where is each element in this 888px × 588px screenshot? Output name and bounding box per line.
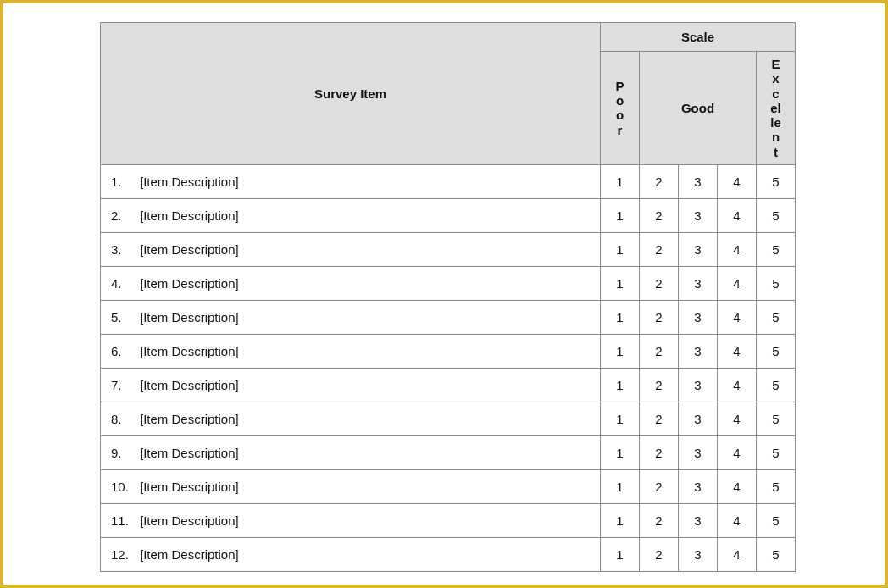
rating-cell[interactable]: 3 [679, 198, 718, 232]
rating-cell[interactable]: 2 [640, 164, 679, 198]
header-scale-excellent-text: Excellent [770, 57, 782, 159]
rating-cell[interactable]: 5 [757, 503, 796, 537]
item-cell: 1.[Item Description] [101, 164, 601, 198]
item-cell: 2.[Item Description] [101, 198, 601, 232]
item-number: 12. [111, 547, 135, 562]
rating-cell[interactable]: 2 [640, 368, 679, 402]
item-description: [Item Description] [140, 480, 239, 494]
item-number: 6. [111, 344, 135, 358]
header-scale: Scale [601, 23, 796, 52]
survey-table: Survey Item Scale Poor Good Excellent 1.… [100, 22, 796, 572]
rating-cell[interactable]: 4 [718, 300, 757, 334]
item-cell: 5.[Item Description] [101, 300, 601, 334]
item-description: [Item Description] [140, 513, 239, 528]
rating-cell[interactable]: 4 [718, 266, 757, 300]
item-cell: 3.[Item Description] [101, 232, 601, 266]
rating-cell[interactable]: 3 [679, 300, 718, 334]
rating-cell[interactable]: 3 [679, 368, 718, 402]
item-description: [Item Description] [140, 208, 239, 223]
rating-cell[interactable]: 4 [718, 469, 757, 503]
item-number: 3. [111, 242, 135, 257]
item-description: [Item Description] [140, 175, 239, 189]
item-number: 11. [111, 513, 135, 528]
item-number: 7. [111, 378, 135, 392]
rating-cell[interactable]: 3 [679, 503, 718, 537]
table-row: 9.[Item Description]12345 [101, 435, 796, 469]
table-row: 1.[Item Description]12345 [101, 164, 796, 198]
item-description: [Item Description] [140, 412, 239, 426]
rating-cell[interactable]: 3 [679, 469, 718, 503]
rating-cell[interactable]: 3 [679, 266, 718, 300]
item-number: 9. [111, 446, 135, 460]
item-cell: 8.[Item Description] [101, 402, 601, 435]
rating-cell[interactable]: 1 [601, 368, 640, 402]
item-number: 1. [111, 175, 135, 189]
rating-cell[interactable]: 1 [601, 266, 640, 300]
item-description: [Item Description] [140, 378, 239, 392]
rating-cell[interactable]: 2 [640, 300, 679, 334]
rating-cell[interactable]: 1 [601, 198, 640, 232]
item-cell: 6.[Item Description] [101, 334, 601, 368]
rating-cell[interactable]: 5 [757, 334, 796, 368]
table-row: 2.[Item Description]12345 [101, 198, 796, 232]
rating-cell[interactable]: 2 [640, 435, 679, 469]
rating-cell[interactable]: 1 [601, 469, 640, 503]
table-row: 5.[Item Description]12345 [101, 300, 796, 334]
rating-cell[interactable]: 3 [679, 537, 718, 571]
rating-cell[interactable]: 4 [718, 334, 757, 368]
item-number: 2. [111, 208, 135, 223]
rating-cell[interactable]: 1 [601, 537, 640, 571]
rating-cell[interactable]: 1 [601, 503, 640, 537]
table-row: 12.[Item Description]12345 [101, 537, 796, 571]
rating-cell[interactable]: 1 [601, 300, 640, 334]
rating-cell[interactable]: 5 [757, 266, 796, 300]
rating-cell[interactable]: 3 [679, 402, 718, 435]
item-description: [Item Description] [140, 446, 239, 460]
rating-cell[interactable]: 5 [757, 198, 796, 232]
header-scale-poor: Poor [601, 52, 640, 165]
rating-cell[interactable]: 5 [757, 435, 796, 469]
header-scale-excellent: Excellent [757, 52, 796, 165]
rating-cell[interactable]: 5 [757, 537, 796, 571]
rating-cell[interactable]: 5 [757, 368, 796, 402]
rating-cell[interactable]: 5 [757, 164, 796, 198]
rating-cell[interactable]: 3 [679, 435, 718, 469]
rating-cell[interactable]: 2 [640, 266, 679, 300]
rating-cell[interactable]: 2 [640, 469, 679, 503]
rating-cell[interactable]: 5 [757, 402, 796, 435]
rating-cell[interactable]: 5 [757, 300, 796, 334]
item-description: [Item Description] [140, 310, 239, 325]
rating-cell[interactable]: 1 [601, 164, 640, 198]
rating-cell[interactable]: 5 [757, 232, 796, 266]
rating-cell[interactable]: 1 [601, 232, 640, 266]
rating-cell[interactable]: 2 [640, 537, 679, 571]
rating-cell[interactable]: 2 [640, 334, 679, 368]
rating-cell[interactable]: 4 [718, 232, 757, 266]
rating-cell[interactable]: 2 [640, 402, 679, 435]
rating-cell[interactable]: 1 [601, 334, 640, 368]
rating-cell[interactable]: 2 [640, 232, 679, 266]
rating-cell[interactable]: 1 [601, 402, 640, 435]
rating-cell[interactable]: 3 [679, 334, 718, 368]
rating-cell[interactable]: 4 [718, 368, 757, 402]
rating-cell[interactable]: 4 [718, 164, 757, 198]
item-cell: 9.[Item Description] [101, 435, 601, 469]
rating-cell[interactable]: 2 [640, 503, 679, 537]
rating-cell[interactable]: 4 [718, 503, 757, 537]
rating-cell[interactable]: 4 [718, 198, 757, 232]
rating-cell[interactable]: 4 [718, 537, 757, 571]
item-description: [Item Description] [140, 547, 239, 562]
rating-cell[interactable]: 4 [718, 402, 757, 435]
rating-cell[interactable]: 1 [601, 435, 640, 469]
rating-cell[interactable]: 4 [718, 435, 757, 469]
item-cell: 11.[Item Description] [101, 503, 601, 537]
item-number: 8. [111, 412, 135, 426]
rating-cell[interactable]: 3 [679, 232, 718, 266]
item-cell: 7.[Item Description] [101, 368, 601, 402]
item-description: [Item Description] [140, 242, 239, 257]
rating-cell[interactable]: 3 [679, 164, 718, 198]
rating-cell[interactable]: 2 [640, 198, 679, 232]
header-scale-good: Good [640, 52, 757, 165]
rating-cell[interactable]: 5 [757, 469, 796, 503]
item-number: 4. [111, 276, 135, 291]
